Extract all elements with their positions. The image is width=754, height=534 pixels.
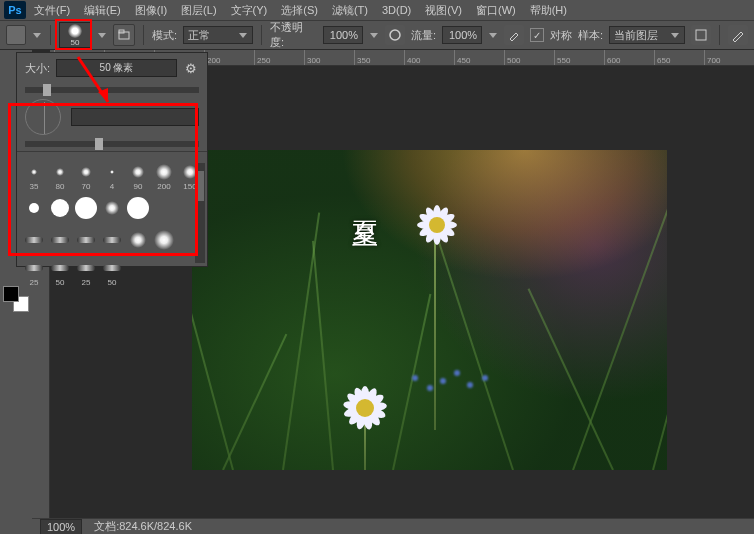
ruler-tick: 550 [554, 50, 604, 65]
flower-secondary [337, 380, 393, 436]
zoom-display[interactable]: 100% [40, 519, 82, 535]
menu-edit[interactable]: 编辑(E) [78, 1, 127, 20]
divider [143, 25, 144, 45]
brush-dot-icon [68, 24, 82, 38]
flower-main [412, 200, 462, 250]
sample-label: 样本: [578, 28, 603, 43]
chevron-down-icon [670, 30, 680, 40]
menu-filter[interactable]: 滤镜(T) [326, 1, 374, 20]
brush-preset[interactable] [151, 224, 177, 256]
canvas-background [192, 150, 667, 470]
ruler-tick: 400 [404, 50, 454, 65]
menu-type[interactable]: 文字(Y) [225, 1, 274, 20]
brush-preset[interactable]: 70 [73, 160, 99, 192]
brush-preset[interactable]: 25 [73, 256, 99, 288]
blue-flower [412, 375, 418, 381]
sample-all-button[interactable] [691, 25, 711, 45]
symmetry-checkbox[interactable] [530, 28, 544, 42]
brush-preset[interactable]: 4 [99, 160, 125, 192]
pressure-opacity-button[interactable] [385, 25, 405, 45]
chevron-down-icon [238, 30, 248, 40]
canvas-text: 夏至 [347, 200, 382, 208]
opacity-input[interactable]: 100% [323, 26, 363, 44]
opacity-label: 不透明度: [270, 20, 317, 50]
ruler-tick: 500 [504, 50, 554, 65]
brush-preset[interactable] [125, 192, 151, 224]
hardness-slider[interactable] [25, 141, 199, 147]
blue-flower [467, 382, 473, 388]
doc-size-label: 文档:824.6K/824.6K [94, 519, 192, 534]
slider-thumb[interactable] [43, 84, 51, 96]
options-bar: 50 模式: 正常 不透明度: 100% 流量: 100% 对称 样本: 当前图… [0, 20, 754, 50]
sample-value: 当前图层 [614, 28, 658, 43]
mode-select[interactable]: 正常 [183, 26, 253, 44]
flow-value: 100% [449, 29, 477, 41]
brush-angle-control[interactable] [25, 99, 61, 135]
brush-dropdown-icon[interactable] [97, 30, 107, 40]
ruler-tick: 350 [354, 50, 404, 65]
brush-preview-button[interactable]: 50 [59, 22, 91, 48]
brush-panel-scrollbar[interactable] [195, 163, 205, 263]
blue-flower [440, 378, 446, 384]
brush-preset[interactable]: 80 [47, 160, 73, 192]
canvas[interactable]: 夏至 [192, 150, 667, 470]
ruler-tick: 450 [454, 50, 504, 65]
ruler-tick: 300 [304, 50, 354, 65]
brush-size-label: 50 [71, 38, 80, 47]
menu-select[interactable]: 选择(S) [275, 1, 324, 20]
gear-icon[interactable]: ⚙ [183, 60, 199, 76]
flow-input[interactable]: 100% [442, 26, 482, 44]
flow-dropdown-icon[interactable] [488, 30, 498, 40]
brush-preset[interactable]: 25 [21, 256, 47, 288]
brush-preset[interactable] [47, 192, 73, 224]
brush-preset[interactable] [99, 192, 125, 224]
slider-thumb[interactable] [95, 138, 103, 150]
pressure-size-button[interactable] [728, 25, 748, 45]
brush-preset[interactable] [73, 224, 99, 256]
tool-preset-button[interactable] [6, 25, 26, 45]
mode-label: 模式: [152, 28, 177, 43]
brush-settings-button[interactable] [113, 24, 135, 46]
divider [719, 25, 720, 45]
brush-preset[interactable] [21, 192, 47, 224]
ruler-tick: 200 [204, 50, 254, 65]
brush-preset[interactable] [73, 192, 99, 224]
size-input[interactable]: 50 像素 [56, 59, 177, 77]
tool-preset-dropdown-icon[interactable] [32, 30, 42, 40]
size-label: 大小: [25, 61, 50, 76]
flower-stem [434, 230, 436, 430]
size-slider[interactable] [25, 87, 199, 93]
blue-flower [427, 385, 433, 391]
brush-preset[interactable]: 50 [99, 256, 125, 288]
menu-layer[interactable]: 图层(L) [175, 1, 222, 20]
menu-3d[interactable]: 3D(D) [376, 2, 417, 18]
opacity-value: 100% [330, 29, 358, 41]
menu-window[interactable]: 窗口(W) [470, 1, 522, 20]
brush-preset[interactable] [151, 192, 177, 224]
brush-preset[interactable] [125, 224, 151, 256]
menu-bar: Ps 文件(F) 编辑(E) 图像(I) 图层(L) 文字(Y) 选择(S) 滤… [0, 0, 754, 20]
menu-file[interactable]: 文件(F) [28, 1, 76, 20]
brush-preset[interactable]: 50 [47, 256, 73, 288]
brush-preset[interactable]: 35 [21, 160, 47, 192]
brush-presets-grid: 35 80 70 4 90 200 150 25 50 25 50 [17, 156, 207, 292]
menu-view[interactable]: 视图(V) [419, 1, 468, 20]
symmetry-label: 对称 [550, 28, 572, 43]
sample-select[interactable]: 当前图层 [609, 26, 685, 44]
app-logo: Ps [4, 1, 26, 19]
brush-preset[interactable] [47, 224, 73, 256]
brush-preset[interactable] [99, 224, 125, 256]
opacity-dropdown-icon[interactable] [369, 30, 379, 40]
airbrush-button[interactable] [504, 25, 524, 45]
hardness-input[interactable] [71, 108, 199, 126]
menu-help[interactable]: 帮助(H) [524, 1, 573, 20]
brush-preset[interactable]: 90 [125, 160, 151, 192]
divider [17, 151, 207, 152]
brush-preset[interactable]: 200 [151, 160, 177, 192]
menu-image[interactable]: 图像(I) [129, 1, 173, 20]
scrollbar-handle[interactable] [196, 171, 204, 201]
mode-value: 正常 [188, 28, 210, 43]
brush-preset[interactable] [21, 224, 47, 256]
blue-flower [482, 375, 488, 381]
ruler-tick: 600 [604, 50, 654, 65]
